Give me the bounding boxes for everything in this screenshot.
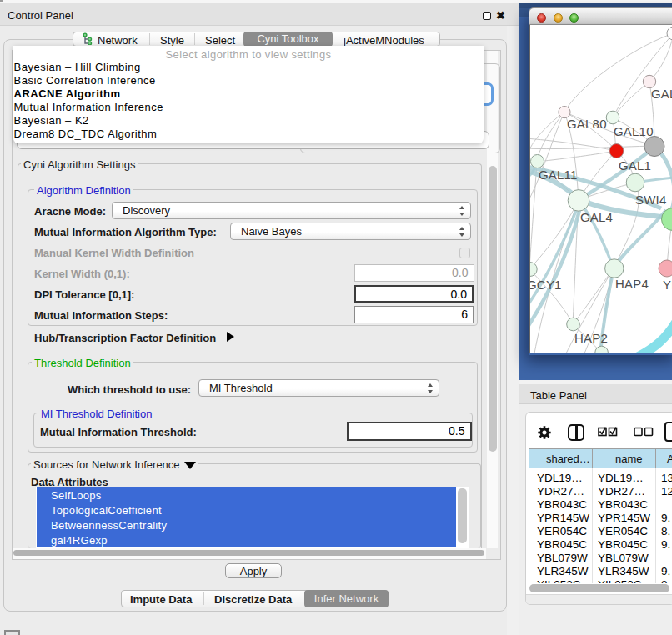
svg-text:GAL7: GAL7 (651, 87, 672, 101)
svg-text:GAL10: GAL10 (614, 124, 654, 138)
svg-text:GCY1: GCY1 (530, 278, 562, 292)
svg-text:YL: YL (663, 278, 672, 292)
svg-text:HAP2: HAP2 (574, 331, 608, 345)
svg-text:HAP4: HAP4 (615, 277, 649, 291)
svg-text:SWI4: SWI4 (635, 192, 666, 207)
svg-text:GAL4: GAL4 (580, 210, 613, 224)
svg-text:GAL11: GAL11 (539, 168, 578, 182)
svg-text:GAL80: GAL80 (567, 117, 607, 131)
svg-text:GAL1: GAL1 (619, 158, 651, 172)
